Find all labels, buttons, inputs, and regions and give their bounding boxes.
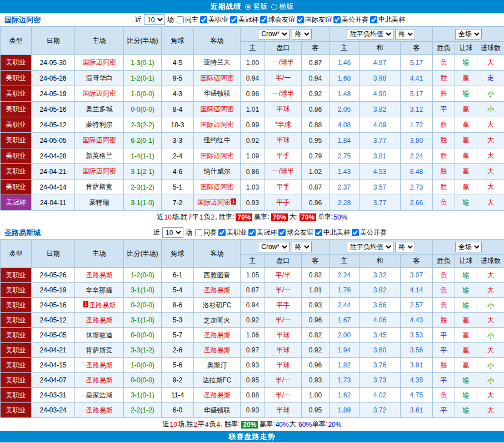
corner-cell: 6-0 (162, 403, 194, 418)
filter-checkbox-option[interactable]: 美公开赛 (352, 228, 387, 237)
layout-horizontal-option[interactable]: 横版 (271, 2, 294, 12)
team-name[interactable]: 国际迈阿密 (197, 198, 231, 206)
team-name[interactable]: 洛杉矶FC (203, 301, 232, 309)
team-name[interactable]: 国际迈阿密 (201, 183, 234, 191)
team-name[interactable]: 新英格兰 (86, 152, 113, 160)
europe-final-select[interactable]: 终 (395, 29, 415, 39)
match-count-select[interactable]: 10 (144, 14, 165, 25)
team-name[interactable]: 国际迈阿密 (83, 89, 116, 97)
handicap-cell: 半球 (265, 328, 302, 343)
away-team-cell: 国际迈阿密 (194, 180, 241, 195)
filter-checkbox-option[interactable]: 中北美杯 (370, 15, 405, 24)
col-score: 比分(半场) (124, 240, 162, 268)
rate-badge: 70% (236, 213, 252, 221)
filter-checkbox[interactable] (230, 16, 237, 23)
filter-checkbox[interactable] (177, 16, 184, 23)
asia-away-odds: 0.92 (302, 86, 330, 102)
team-name[interactable]: 达拉斯FC (203, 376, 232, 384)
europe-avg-select[interactable]: 胜平负均值 (347, 29, 393, 39)
handicap-result-cell: 赢 (455, 180, 477, 195)
filter-checkbox[interactable] (370, 16, 377, 23)
filter-checkbox-option[interactable]: 球会友谊 (260, 15, 295, 24)
scope-select[interactable]: 全场 (455, 242, 482, 252)
filter-checkbox[interactable] (260, 16, 267, 23)
filter-checkbox[interactable] (278, 229, 286, 236)
filter-checkbox[interactable] (333, 16, 341, 23)
team-name[interactable]: 纳什威尔 (204, 167, 231, 175)
filter-checkbox-option[interactable]: 美职业 (200, 15, 228, 24)
asia-home-odds: 0.87 (241, 283, 265, 298)
filter-checkbox[interactable] (315, 229, 322, 236)
filter-checkbox-option[interactable]: 国际友谊 (297, 15, 332, 24)
filter-checkbox-option[interactable]: 中北美杯 (315, 228, 350, 237)
match-count-select[interactable]: 10 (162, 227, 183, 238)
team-name[interactable]: 亚特兰大 (204, 58, 231, 66)
team-name[interactable]: 圣路易斯 (86, 406, 113, 414)
asia-final-select[interactable]: 终 (292, 242, 312, 252)
team-name[interactable]: 纽约红牛 (204, 136, 231, 144)
filter-checkbox[interactable] (352, 229, 359, 236)
filter-checkbox-option[interactable]: 美冠杯 (230, 15, 258, 24)
team-name[interactable]: 奥兰多城 (86, 105, 113, 113)
team-name[interactable]: 西雅图音 (204, 271, 231, 279)
odds-company-select[interactable]: Crow* (258, 242, 290, 252)
handicap-result-cell: 赢 (455, 313, 477, 328)
scope-select[interactable]: 全场 (455, 29, 482, 39)
team-name[interactable]: 圣路易斯 (89, 301, 116, 309)
layout-horizontal-radio[interactable] (271, 4, 277, 10)
filter-checkbox-option[interactable]: 美职业 (218, 228, 247, 237)
team-name[interactable]: 圣路易斯 (204, 286, 231, 294)
filter-checkbox-option[interactable]: 美冠杯 (248, 228, 277, 237)
filter-checkbox[interactable] (218, 229, 226, 236)
filter-checkbox[interactable] (195, 229, 202, 236)
team-name[interactable]: 圣路易斯 (204, 391, 231, 399)
team-name[interactable]: 蒙特利尔 (86, 121, 113, 128)
team-name[interactable]: 蒙特瑞 (89, 198, 109, 206)
filter-checkbox-option[interactable]: 球会友谊 (278, 228, 313, 237)
team-name[interactable]: 休斯敦迪 (86, 331, 113, 339)
team-name[interactable]: 肯萨斯竞 (86, 346, 113, 354)
team-name[interactable]: 国际迈阿密 (201, 152, 234, 160)
team-name[interactable]: 芝加哥火 (204, 316, 231, 324)
league-cell: 美冠杯 (1, 195, 32, 211)
filter-checkbox-option[interactable]: 美公开赛 (333, 15, 368, 24)
team-name[interactable]: 国际迈阿密 (83, 136, 116, 144)
team-name[interactable]: 圣路易斯 (86, 376, 113, 384)
team-name[interactable]: 圣路易斯 (86, 361, 113, 369)
asia-away-odds: 1.01 (302, 283, 330, 298)
team-name[interactable]: 圣路易斯 (86, 271, 113, 279)
layout-vertical-option[interactable]: 竖版 (245, 2, 268, 12)
team-name[interactable]: 圣路易斯 (204, 331, 231, 339)
europe-away-odds: 2.24 (401, 148, 433, 164)
odds-company-select[interactable]: Crow* (258, 29, 290, 39)
team-name[interactable]: 奥斯汀 (207, 361, 227, 369)
team-name[interactable]: 国际迈阿密 (201, 105, 234, 113)
team-name[interactable]: 皇家盐湖 (86, 391, 113, 399)
team-name[interactable]: 国际迈阿密 (201, 121, 234, 128)
team-title[interactable]: 国际迈阿密 (4, 15, 41, 25)
filter-checkbox[interactable] (200, 16, 207, 23)
team-name[interactable]: 华盛顿联 (204, 406, 231, 414)
team-name[interactable]: 国际迈阿密 (83, 167, 116, 175)
filter-checkbox[interactable] (297, 16, 304, 23)
team-title[interactable]: 圣路易斯城 (4, 228, 41, 238)
layout-vertical-radio[interactable] (245, 4, 251, 10)
europe-final-select[interactable]: 终 (395, 242, 415, 252)
team-name[interactable]: 温哥华白 (86, 74, 113, 82)
filter-checkbox-option[interactable]: 同主 (177, 15, 198, 24)
topbar: 近期战绩 竖版 横版 (0, 0, 504, 13)
team-name[interactable]: 圣路易斯 (86, 316, 113, 324)
team-name[interactable]: 国际迈阿密 (201, 74, 234, 82)
col-handicap: 盘口 (265, 42, 302, 55)
handicap-result-cell: 赢 (455, 358, 477, 373)
filter-checkbox[interactable] (248, 229, 256, 236)
team-name[interactable]: 国际迈阿密 (83, 58, 116, 66)
team-name[interactable]: 肯萨斯竞 (86, 183, 113, 191)
filter-checkbox-option[interactable]: 同赛 (195, 228, 217, 237)
asia-final-select[interactable]: 终 (292, 29, 312, 39)
europe-avg-select[interactable]: 胜平负均值 (347, 242, 393, 252)
team-name[interactable]: 圣路易斯 (204, 346, 231, 354)
team-name[interactable]: 辛辛那提 (86, 286, 113, 294)
team-name[interactable]: 华盛顿联 (204, 89, 231, 97)
summary-text: 近 (157, 212, 164, 222)
